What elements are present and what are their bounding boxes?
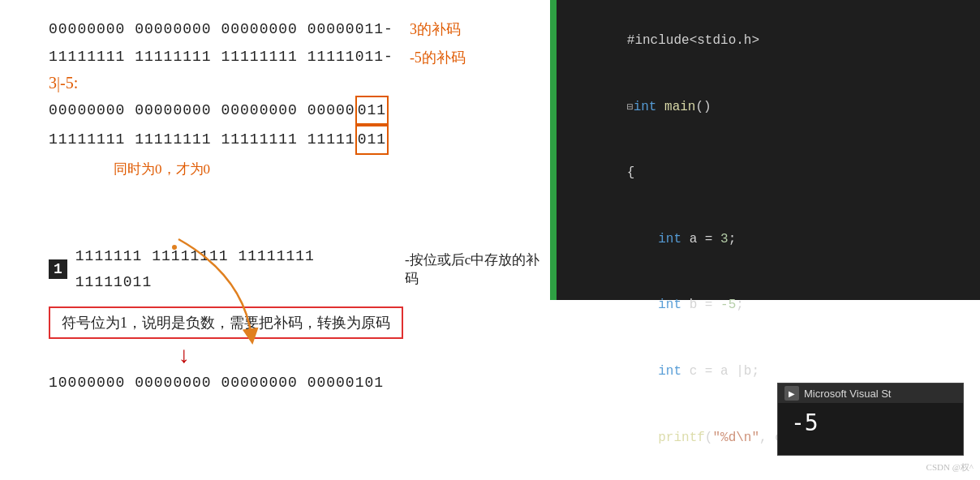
result-line: 11111111 11111111 11111111 11111011 -按位或… <box>49 243 552 296</box>
or-row1: 00000000 00000000 00000000 00000011 <box>49 96 552 125</box>
main-container: 00000000 00000000 00000000 00000011- 3的补… <box>0 0 980 480</box>
terminal-title: Microsoft Visual St <box>804 388 891 400</box>
or-row2: 11111111 11111111 11111111 11111011 <box>49 125 552 154</box>
terminal-icon: ▶ <box>784 386 799 401</box>
result-binary: 1111111 11111111 11111111 11111011 <box>75 243 397 296</box>
row1-label: 3的补码 <box>410 19 461 39</box>
terminal-output: -5 <box>778 403 963 443</box>
code-line-4: int a = 3; <box>565 207 980 273</box>
or-annotation: 同时为0，才为0 <box>114 160 552 178</box>
watermark: CSDN @权^ <box>926 461 974 474</box>
or-row1-highlight: 011 <box>355 96 389 125</box>
result-label: -按位或后c中存放的补码 <box>405 251 552 288</box>
or-label: 3|-5: <box>49 74 552 92</box>
note-box: 符号位为1，说明是负数，需要把补码，转换为原码 <box>49 306 403 339</box>
arrow-area <box>97 178 552 235</box>
row-neg5-complement: 11111111 11111111 11111111 11111011- -5的… <box>49 44 552 70</box>
terminal-icon-text: ▶ <box>789 389 795 398</box>
note-text: 符号位为1，说明是负数，需要把补码，转换为原码 <box>62 315 390 331</box>
terminal-box: ▶ Microsoft Visual St -5 <box>777 383 964 456</box>
final-binary: 10000000 00000000 00000000 00000101 <box>49 375 552 391</box>
code-line-3: { <box>565 140 980 207</box>
code-line-8: return 0; <box>565 471 980 480</box>
code-gutter <box>550 0 557 300</box>
or-row2-highlight: 011 <box>355 125 389 154</box>
result-sign-bit: 1 <box>49 259 67 279</box>
code-line-1: #include<stdio.h> <box>565 8 980 75</box>
code-line-2: ⊟int main() <box>565 75 980 141</box>
row2-label: -5的补码 <box>410 48 466 67</box>
or-block: 00000000 00000000 00000000 00000011 1111… <box>49 96 552 155</box>
code-panel: #include<stdio.h> ⊟int main() { int a = … <box>550 0 980 300</box>
row1-binary: 00000000 00000000 00000000 00000011- <box>49 16 393 42</box>
row-3-complement: 00000000 00000000 00000000 00000011- 3的补… <box>49 16 552 42</box>
code-line-5: int b = -5; <box>565 272 980 339</box>
down-arrow-icon: ↓ <box>178 342 552 368</box>
terminal-title-bar: ▶ Microsoft Visual St <box>778 384 963 403</box>
result-section: 11111111 11111111 11111111 11111011 -按位或… <box>49 243 552 296</box>
left-panel: 00000000 00000000 00000000 00000011- 3的补… <box>49 16 552 391</box>
row2-binary: 11111111 11111111 11111111 11111011- <box>49 44 393 70</box>
